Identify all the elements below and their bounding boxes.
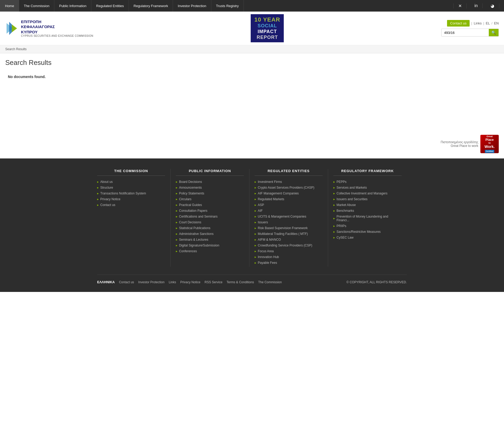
list-item: AIFM & MANCO [255, 238, 323, 241]
footer-col-regulatory: REGULATORY FRAMEWORK PEPPs Services and … [333, 169, 407, 267]
footer-aml[interactable]: Prevention of Money Laundering and Finan… [337, 215, 402, 222]
footer-bottom-left: ΕΛΛΗΝΙΚΑ Contact us Investor Protection … [97, 280, 282, 284]
footer-aif[interactable]: AIF [258, 209, 263, 213]
footer-focus-area[interactable]: Focus Area [258, 249, 274, 253]
lang-el-link[interactable]: EL [486, 21, 490, 25]
footer-practical-guides[interactable]: Practical Guides [179, 203, 202, 207]
footer-collective-investment[interactable]: Collective Investment and Managers [337, 192, 387, 195]
footer-innovation-hub[interactable]: Innovation Hub [258, 255, 279, 259]
footer-col-regulatory-heading: REGULATORY FRAMEWORK [333, 169, 402, 176]
footer-investment-firms[interactable]: Investment Firms [258, 180, 282, 184]
footer-contact[interactable]: Contact us [100, 203, 115, 207]
footer-regulated-markets[interactable]: Regulated Markets [258, 197, 284, 201]
gp-work: Work. [485, 145, 495, 149]
footer-structure[interactable]: Structure [100, 186, 113, 189]
list-item: PRIIPs [333, 224, 402, 228]
list-item: Regulated Markets [255, 197, 323, 201]
gp-to: to [489, 142, 491, 145]
footer-csp[interactable]: Crowdfunding Service Providers (CSP) [258, 244, 312, 247]
list-item: Statistical Publications [176, 226, 244, 230]
footer-pepps[interactable]: PEPPs [337, 180, 346, 184]
footer-col-regulated: REGULATED ENTITIES Investment Firms Cryp… [255, 169, 328, 267]
footer-priips[interactable]: PRIIPs [337, 224, 346, 228]
footer-issuers[interactable]: Issuers [258, 220, 268, 224]
footer-announcements[interactable]: Announcements [179, 186, 202, 189]
footer-about-us[interactable]: About us [100, 180, 113, 184]
nav-home[interactable]: Home [0, 0, 19, 12]
footer-conferences[interactable]: Conferences [179, 249, 197, 253]
footer-admin-sanctions[interactable]: Administrative Sanctions [179, 232, 213, 236]
nav-regulated-entities[interactable]: Regulated Entities [91, 0, 129, 12]
footer-digital-signature[interactable]: Digital Signature/Submission [179, 244, 219, 247]
footer-bottom-rss[interactable]: RSS Service [204, 280, 222, 284]
footer-bottom-investor-protection[interactable]: Investor Protection [138, 280, 165, 284]
footer-ucits[interactable]: UCITS & Management Companies [258, 215, 306, 218]
top-nav-right: ✕ in ◕ [453, 0, 504, 12]
footer-columns: THE COMMISSION About us Structure Transa… [97, 169, 407, 275]
footer-col-public-info-heading: PUBLIC INFORMATION [176, 169, 244, 176]
footer-sanctions[interactable]: Sanctions/Restrictive Measures [337, 230, 381, 234]
nav-regulatory-framework[interactable]: Regulatory Framework [129, 0, 173, 12]
footer-mtf[interactable]: Multilateral Trading Facilities ( MTF) [258, 232, 308, 236]
footer-privacy[interactable]: Privacy Notice [100, 197, 120, 201]
main-content: Search Results No documents found. [0, 53, 504, 132]
footer-circulars[interactable]: Circulars [179, 197, 191, 201]
footer-consultation-papers[interactable]: Consultation Papers [179, 209, 207, 213]
footer-casp[interactable]: Crypto Asset Services Providers (CASP) [258, 186, 314, 189]
search-input[interactable] [442, 29, 489, 36]
footer-asp[interactable]: ASP [258, 203, 264, 207]
footer-aif-mgmt[interactable]: AIF Management Companies [258, 192, 299, 195]
page-title: Search Results [5, 59, 499, 67]
footer-risk-based[interactable]: Risk Based Supervision Framework [258, 226, 308, 230]
footer-services-markets[interactable]: Services and Markets [337, 186, 367, 189]
svg-marker-2 [12, 24, 17, 32]
nav-the-commission[interactable]: The Commission [19, 0, 55, 12]
nav-trusts-registry[interactable]: Trusts Registry [211, 0, 244, 12]
footer-policy-statements[interactable]: Policy Statements [179, 192, 204, 195]
footer-certifications[interactable]: Certifications and Seminars [179, 215, 218, 218]
list-item: Focus Area [255, 249, 323, 253]
footer-bottom-contact[interactable]: Contact us [119, 280, 134, 284]
footer-bottom-privacy[interactable]: Privacy Notice [180, 280, 201, 284]
rss-icon[interactable]: ◕ [486, 3, 499, 8]
list-item: Privacy Notice [97, 197, 165, 201]
footer-board-decisions[interactable]: Board Decisions [179, 180, 202, 184]
footer-seminars[interactable]: Seminars & Lectures [179, 238, 208, 241]
footer-payable-fees[interactable]: Payable Fees [258, 261, 277, 265]
footer-cysec-law[interactable]: CySEC Law [337, 236, 354, 239]
footer-col-commission-heading: THE COMMISSION [97, 169, 165, 176]
footer-benchmarks[interactable]: Benchmarks [337, 209, 354, 213]
linkedin-icon[interactable]: in [470, 3, 483, 8]
breadcrumb: Search Results [0, 45, 504, 53]
search-button[interactable]: 🔍 [489, 29, 498, 36]
footer-copyright: © COPYRIGHT, ALL RIGHTS RESERVED. [346, 280, 407, 284]
list-item: Digital Signature/Submission [176, 244, 244, 247]
footer-transactions[interactable]: Transactions Notification System [100, 192, 146, 195]
list-item: Crowdfunding Service Providers (CSP) [255, 244, 323, 247]
footer-col-commission-list: About us Structure Transactions Notifica… [97, 180, 165, 207]
footer-bottom-links[interactable]: Links [169, 280, 176, 284]
list-item: Contact us [97, 203, 165, 207]
logo-area: ΕΠΙΤΡΟΠΗ ΚΕΦΑΛΑΙΑΓΟΡΑΣ ΚΥΠΡΟΥ CYPRUS SEC… [5, 19, 93, 38]
hellenic-label[interactable]: ΕΛΛΗΝΙΚΑ [97, 280, 115, 284]
list-item: Multilateral Trading Facilities ( MTF) [255, 232, 323, 236]
footer-market-abuse[interactable]: Market Abuse [337, 203, 356, 207]
nav-investor-protection[interactable]: Investor Protection [173, 0, 211, 12]
badge-labels: Πιστοποιημένος εργοδότης Great Place to … [441, 140, 478, 148]
nav-public-information[interactable]: Public Information [54, 0, 91, 12]
header-right: Contact us | Links | EL / EN 🔍 [441, 20, 499, 37]
list-item: Board Decisions [176, 180, 244, 184]
footer-bottom-commission[interactable]: The Commission [258, 280, 282, 284]
list-item: About us [97, 180, 165, 184]
footer-col-regulatory-list: PEPPs Services and Markets Collective In… [333, 180, 402, 239]
contact-us-button[interactable]: Contact us [447, 20, 470, 27]
footer-aifm-manco[interactable]: AIFM & MANCO [258, 238, 281, 241]
footer-issuers-securities[interactable]: Issuers and Securities [337, 197, 368, 201]
footer-statistical[interactable]: Statistical Publications [179, 226, 210, 230]
lang-en-link[interactable]: EN [494, 21, 499, 25]
footer-court-decisions[interactable]: Court Decisions [179, 220, 201, 224]
links-link[interactable]: Links [474, 21, 482, 25]
footer-bottom-terms[interactable]: Terms & Conditions [227, 280, 254, 284]
breadcrumb-link[interactable]: Search Results [5, 47, 27, 51]
twitter-icon[interactable]: ✕ [453, 3, 467, 8]
